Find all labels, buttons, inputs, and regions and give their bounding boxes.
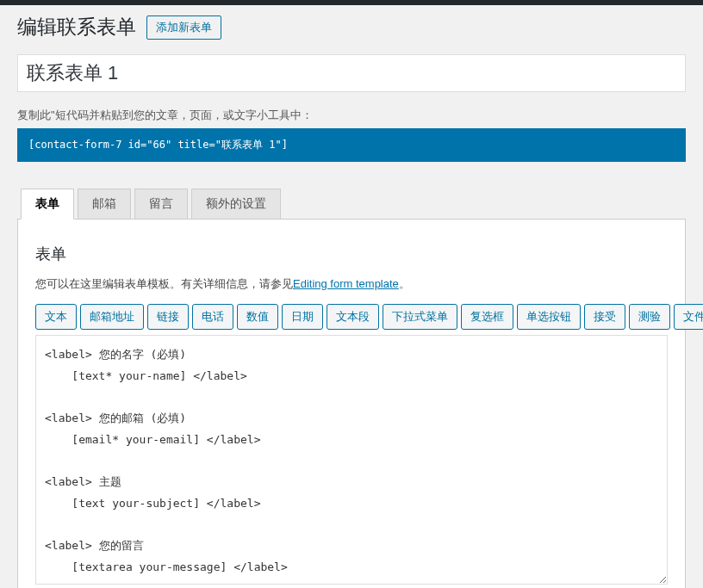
shortcode-description: 复制此"短代码并粘贴到您的文章，页面，或文字小工具中： (17, 108, 686, 123)
add-new-button[interactable]: 添加新表单 (146, 15, 221, 40)
tag-btn-checkbox[interactable]: 复选框 (461, 304, 513, 330)
panel-desc-prefix: 您可以在这里编辑表单模板。有关详细信息，请参见 (35, 277, 293, 290)
tag-btn-url[interactable]: 链接 (147, 304, 189, 330)
page-title: 编辑联系表单 (17, 14, 136, 40)
tag-btn-acceptance[interactable]: 接受 (584, 304, 625, 330)
panel-desc-suffix: 。 (399, 277, 410, 290)
tag-btn-date[interactable]: 日期 (282, 304, 323, 330)
tabs-panel: 表单 邮箱 留言 额外的设置 表单 您可以在这里编辑表单模板。有关详细信息，请参… (17, 188, 686, 588)
tag-btn-quiz[interactable]: 测验 (629, 304, 670, 330)
tag-btn-email[interactable]: 邮箱地址 (80, 304, 144, 330)
tab-row: 表单 邮箱 留言 额外的设置 (17, 189, 686, 220)
tag-btn-file[interactable]: 文件 (674, 304, 703, 330)
panel-description: 您可以在这里编辑表单模板。有关详细信息，请参见Editing form temp… (35, 276, 668, 292)
tab-messages[interactable]: 留言 (134, 189, 188, 220)
form-template-textarea[interactable] (35, 335, 668, 585)
tag-btn-text[interactable]: 文本 (35, 304, 77, 330)
header-row: 编辑联系表单 添加新表单 (17, 14, 686, 40)
page-wrap: 编辑联系表单 添加新表单 复制此"短代码并粘贴到您的文章，页面，或文字小工具中：… (0, 5, 703, 588)
tag-btn-radio[interactable]: 单选按钮 (517, 304, 581, 330)
tag-btn-dropdown[interactable]: 下拉式菜单 (383, 304, 457, 330)
shortcode-box[interactable]: [contact-form-7 id="66" title="联系表单 1"] (17, 128, 686, 162)
tag-btn-textarea[interactable]: 文本段 (327, 304, 379, 330)
tag-buttons-row: 文本 邮箱地址 链接 电话 数值 日期 文本段 下拉式菜单 复选框 单选按钮 接… (35, 304, 668, 330)
tab-additional[interactable]: 额外的设置 (191, 189, 281, 220)
editing-template-link[interactable]: Editing form template (293, 277, 399, 290)
form-title-input[interactable] (17, 54, 686, 92)
panel-title: 表单 (35, 244, 668, 264)
tab-form[interactable]: 表单 (21, 189, 74, 220)
form-panel: 表单 您可以在这里编辑表单模板。有关详细信息，请参见Editing form t… (17, 219, 686, 588)
tag-btn-tel[interactable]: 电话 (192, 304, 233, 330)
tag-btn-number[interactable]: 数值 (237, 304, 278, 330)
tab-mail[interactable]: 邮箱 (78, 189, 131, 220)
